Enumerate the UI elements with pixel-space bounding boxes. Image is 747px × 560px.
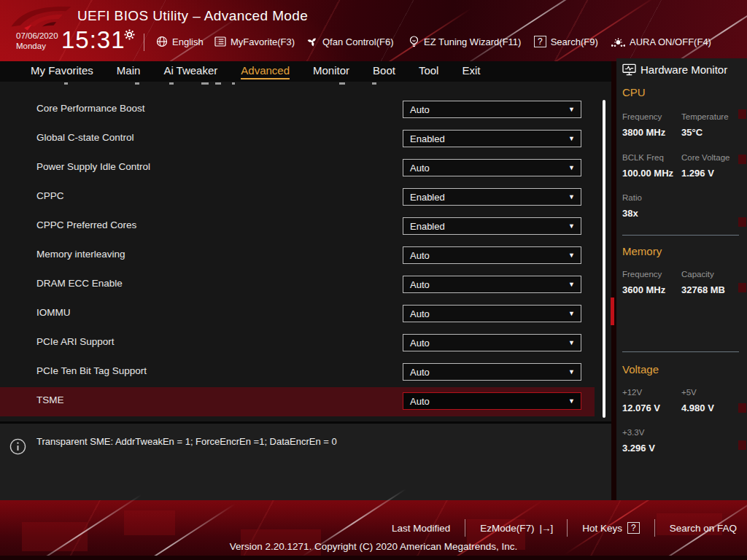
dropdown-dram-ecc-enable[interactable]: Auto ▼: [403, 276, 581, 293]
section-title-cpu: CPU: [622, 86, 646, 98]
memory-frequency-label: Frequency: [622, 270, 662, 279]
cpu-frequency-value: 3800 MHz: [622, 127, 665, 138]
clock: 15:31: [61, 26, 125, 54]
footer-separator: [567, 519, 568, 537]
decorative-cube: [124, 510, 175, 535]
info-icon: [9, 438, 26, 455]
setting-label: CPPC: [36, 190, 64, 201]
ratio-label: Ratio: [622, 193, 642, 202]
search-on-faq-button[interactable]: Search on FAQ: [670, 523, 737, 534]
clipped-text-fragment: [64, 82, 68, 85]
section-title-voltage: Voltage: [622, 363, 659, 376]
clipped-text-fragment: [339, 82, 345, 85]
menu-item-language[interactable]: English: [156, 34, 204, 50]
help-text: Transparent SME: AddrTweakEn = 1; ForceE…: [36, 436, 337, 447]
setting-label: Core Performance Boost: [36, 103, 145, 114]
v5-label: +5V: [681, 388, 697, 397]
ezmode-button[interactable]: EzMode(F7)|→]: [480, 523, 552, 534]
setting-row-power-supply-idle-control: Power Supply Idle Control Auto ▼: [0, 154, 595, 183]
help-panel: Transparent SME: AddrTweakEn = 1; ForceE…: [0, 421, 611, 500]
date-block: 07/06/2020 Monday: [16, 31, 58, 51]
bios-version-text: Version 2.20.1271. Copyright (C) 2020 Am…: [0, 541, 747, 552]
tab-monitor[interactable]: Monitor: [313, 64, 349, 79]
setting-label: PCIe Ten Bit Tag Support: [36, 365, 147, 376]
qfan-icon: [306, 36, 318, 47]
last-modified-button[interactable]: Last Modified: [392, 523, 450, 534]
aura-icon: [611, 36, 625, 47]
tab-ai-tweaker[interactable]: Ai Tweaker: [163, 64, 217, 79]
chevron-down-icon: ▼: [568, 397, 575, 405]
chevron-down-icon: ▼: [568, 222, 575, 230]
v12-value: 12.076 V: [622, 402, 660, 413]
tab-boot[interactable]: Boot: [373, 64, 395, 79]
menu-item-aura[interactable]: AURA ON/OFF(F4): [611, 34, 711, 50]
setting-row-tsme-selected[interactable]: TSME Auto ▼: [0, 387, 595, 416]
setting-label: TSME: [36, 394, 64, 405]
ratio-value: 38x: [622, 208, 638, 219]
ez-tuning-icon: [409, 36, 419, 48]
globe-icon: [156, 36, 168, 47]
setting-label: PCIe ARI Support: [36, 336, 115, 347]
chevron-down-icon: ▼: [568, 281, 575, 288]
bclk-freq-value: 100.00 MHz: [622, 168, 673, 179]
edge-accent: [738, 283, 746, 292]
edge-accent: [738, 440, 746, 450]
dropdown-power-supply-idle-control[interactable]: Auto ▼: [403, 159, 581, 176]
dropdown-memory-interleaving[interactable]: Auto ▼: [403, 246, 581, 264]
dropdown-pcie-ari-support[interactable]: Auto ▼: [403, 334, 581, 351]
chevron-down-icon: ▼: [568, 368, 575, 376]
setting-row-iommu: IOMMU Auto ▼: [0, 300, 595, 329]
cpu-temperature-label: Temperature: [681, 112, 729, 121]
edge-accent: [738, 217, 746, 227]
dropdown-tsme[interactable]: Auto ▼: [403, 392, 581, 410]
section-title-memory: Memory: [622, 245, 662, 257]
red-accent-bar: [611, 298, 614, 325]
settings-rows: Core Performance Boost Auto ▼ Global C-s…: [0, 96, 595, 416]
question-icon: ?: [627, 522, 640, 534]
v5-value: 4.980 V: [681, 402, 714, 413]
clipped-text-fragment: [169, 82, 174, 85]
clipped-text-fragment: [372, 82, 376, 85]
bclk-freq-label: BCLK Freq: [622, 153, 664, 162]
tab-my-favorites[interactable]: My Favorites: [31, 64, 93, 79]
dropdown-global-c-state-control[interactable]: Enabled ▼: [403, 130, 581, 147]
menu-item-search[interactable]: ? Search(F9): [534, 34, 598, 50]
setting-label: IOMMU: [36, 307, 71, 318]
dropdown-cppc[interactable]: Enabled ▼: [403, 188, 581, 206]
tab-advanced[interactable]: Advanced: [241, 64, 290, 79]
setting-label: DRAM ECC Enable: [36, 278, 123, 289]
core-voltage-label: Core Voltage: [681, 153, 730, 162]
v33-label: +3.3V: [622, 428, 644, 437]
edge-accent: [738, 403, 746, 413]
clipped-text-fragment: [201, 82, 209, 85]
setting-row-pcie-ari-support: PCIe ARI Support Auto ▼: [0, 329, 595, 358]
settings-panel: Core Performance Boost Auto ▼ Global C-s…: [0, 82, 611, 421]
myfavorite-icon: [214, 36, 226, 47]
menu-item-ez-tuning-wizard[interactable]: EZ Tuning Wizard(F11): [409, 34, 521, 50]
hardware-monitor-panel: Hardware Monitor CPU Frequency Temperatu…: [616, 58, 747, 500]
dropdown-cppc-preferred-cores[interactable]: Enabled ▼: [403, 217, 581, 235]
menu-item-myfavorite[interactable]: MyFavorite(F3): [214, 34, 295, 50]
vertical-scrollbar[interactable]: [603, 100, 605, 418]
tab-tool[interactable]: Tool: [419, 64, 439, 79]
main-menu-bar: My Favorites Main Ai Tweaker Advanced Mo…: [0, 61, 611, 82]
monitor-icon: [622, 63, 636, 76]
chevron-down-icon: ▼: [568, 193, 575, 201]
app-title: UEFI BIOS Utility – Advanced Mode: [77, 8, 308, 24]
dropdown-iommu[interactable]: Auto ▼: [403, 305, 581, 322]
setting-row-pcie-ten-bit-tag-support: PCIe Ten Bit Tag Support Auto ▼: [0, 358, 595, 387]
footer-separator: [654, 519, 655, 537]
tab-main[interactable]: Main: [117, 64, 141, 79]
menu-item-qfan-control[interactable]: Qfan Control(F6): [306, 34, 394, 50]
chevron-down-icon: ▼: [568, 310, 575, 317]
tab-exit[interactable]: Exit: [462, 64, 480, 79]
clipped-text-fragment: [232, 82, 235, 85]
dropdown-pcie-ten-bit-tag-support[interactable]: Auto ▼: [403, 363, 581, 381]
footer-actions: Last Modified EzMode(F7)|→] Hot Keys ? S…: [392, 519, 737, 537]
v33-value: 3.296 V: [622, 443, 655, 454]
clipped-text-fragment: [215, 82, 221, 85]
hot-keys-button[interactable]: Hot Keys ?: [582, 522, 639, 534]
cpu-frequency-label: Frequency: [622, 112, 662, 121]
time-settings-gear-icon[interactable]: [124, 29, 135, 40]
dropdown-core-performance-boost[interactable]: Auto ▼: [403, 101, 581, 118]
